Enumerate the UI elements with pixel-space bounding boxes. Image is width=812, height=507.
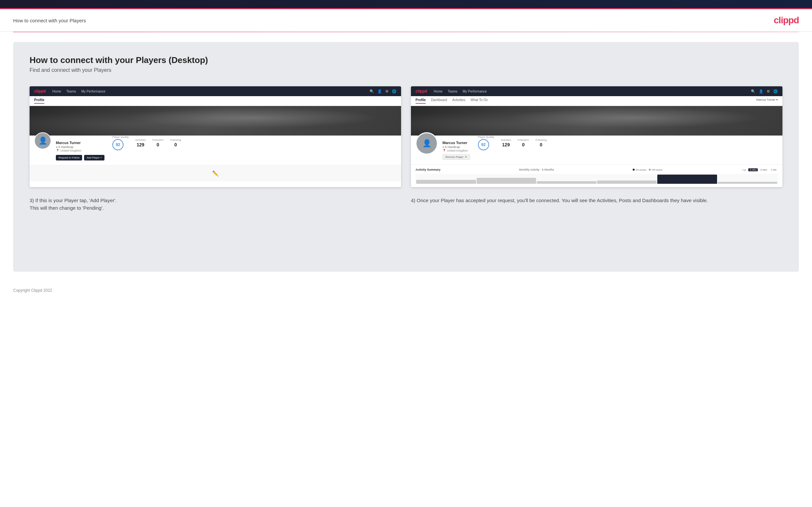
subnav-dashboard-right[interactable]: Dashboard	[431, 98, 447, 104]
app-sub-nav-right: Profile Dashboard Activities What To On …	[411, 96, 782, 106]
followers-label-left: Followers	[152, 138, 163, 142]
footer: Copyright Clippd 2022	[0, 282, 812, 299]
user-icon-left[interactable]: 👤	[377, 89, 382, 94]
main-content: How to connect with your Players (Deskto…	[13, 42, 799, 272]
pencil-icon-left: ✏️	[212, 170, 219, 177]
followers-value-right: 0	[518, 142, 529, 147]
subnav-profile-left[interactable]: Profile	[34, 98, 44, 104]
avatar-left: 👤	[34, 132, 51, 149]
activities-value-right: 129	[501, 142, 511, 147]
app-nav-left: clippd Home Teams My Performance 🔍 👤 ⚙ 🌐	[30, 86, 401, 96]
followers-value-left: 0	[152, 142, 163, 147]
profile-location-right: 📍 United Kingdom	[443, 149, 470, 152]
settings-icon-right[interactable]: ⚙	[767, 89, 770, 94]
subnav-activities-right[interactable]: Activities	[452, 98, 465, 104]
profile-info-right: Marcus Turner 1-5 Handicap 📍 United King…	[443, 132, 470, 160]
app-logo-left: clippd	[34, 89, 46, 94]
nav-myperformance-right[interactable]: My Performance	[462, 90, 487, 93]
globe-icon-left[interactable]: 🌐	[392, 89, 397, 94]
filter-1mth[interactable]: 1 mth	[769, 168, 778, 171]
remove-player-label: Remove Player	[445, 156, 463, 159]
search-icon-right[interactable]: 🔍	[751, 89, 756, 94]
activity-period: Monthly Activity · 6 Months	[519, 168, 554, 171]
location-pin-icon: 📍	[56, 149, 59, 152]
golf-banner-left	[30, 106, 401, 135]
header: How to connect with your Players clippd	[0, 9, 812, 32]
profile-name-left: Marcus Turner	[56, 141, 104, 145]
header-title: How to connect with your Players	[13, 18, 86, 23]
stat-activities-left: Activities 129	[135, 138, 146, 147]
remove-player-x-icon: ✕	[465, 156, 467, 159]
search-icon-left[interactable]: 🔍	[369, 89, 374, 94]
profile-row-left: 👤 Marcus Turner 1-5 Handicap 📍 United Ki…	[34, 132, 397, 161]
quality-value-right: 92	[481, 143, 486, 147]
oncourse-label: On course	[636, 169, 646, 171]
header-logo: clippd	[774, 15, 799, 25]
copyright-text: Copyright Clippd 2022	[13, 288, 52, 293]
subnav-profile-right[interactable]: Profile	[415, 98, 426, 104]
offcourse-label: Off course	[652, 169, 662, 171]
profile-handicap-left: 1-5 Handicap	[56, 146, 104, 149]
oncourse-dot	[632, 169, 635, 171]
time-filters: 1 yr 6 mths 3 mths 1 mth	[741, 168, 778, 171]
globe-icon-right[interactable]: 🌐	[773, 89, 778, 94]
quality-value-left: 92	[116, 143, 120, 147]
top-bar	[0, 0, 812, 9]
stat-following-left: Following 0	[170, 138, 181, 147]
caption-right-text: 4) Once your Player has accepted your re…	[411, 198, 708, 203]
nav-home-right[interactable]: Home	[434, 90, 443, 93]
stat-followers-left: Followers 0	[152, 138, 163, 147]
activities-label-left: Activities	[135, 138, 146, 142]
user-icon-right[interactable]: 👤	[759, 89, 763, 94]
captions-row: 3) If this is your Player tap, 'Add Play…	[30, 197, 782, 212]
following-label-left: Following	[170, 138, 181, 142]
subnav-user-label: Marcus Turner ▾	[756, 98, 778, 104]
location-pin-icon-right: 📍	[443, 149, 446, 152]
app-logo-right: clippd	[415, 89, 427, 94]
avatar-icon-left: 👤	[39, 136, 47, 145]
remove-player-button[interactable]: Remove Player ✕	[443, 154, 470, 160]
bar-6	[718, 182, 777, 184]
bar-2	[476, 178, 537, 184]
caption-left: 3) If this is your Player tap, 'Add Play…	[30, 197, 401, 212]
legend-oncourse: On course	[632, 169, 646, 171]
nav-home-left[interactable]: Home	[52, 90, 61, 93]
app-sub-nav-left: Profile	[30, 96, 401, 106]
following-value-right: 0	[536, 142, 547, 147]
activity-title: Activity Summary	[415, 168, 441, 171]
activities-value-left: 129	[135, 142, 146, 147]
quality-circle-left: 92	[112, 139, 123, 150]
nav-right-left: 🔍 👤 ⚙ 🌐	[369, 89, 397, 94]
caption-right: 4) Once your Player has accepted your re…	[411, 197, 782, 212]
request-follow-button[interactable]: Request to Follow	[56, 155, 82, 161]
screenshot-right: clippd Home Teams My Performance 🔍 👤 ⚙ 🌐…	[411, 86, 782, 187]
activity-header: Activity Summary Monthly Activity · 6 Mo…	[415, 168, 778, 171]
nav-teams-left[interactable]: Teams	[66, 90, 76, 93]
main-heading: How to connect with your Players (Deskto…	[30, 55, 782, 65]
add-player-button[interactable]: Add Player +	[84, 155, 104, 161]
quality-label-left: Player Quality	[112, 135, 129, 138]
bar-5	[657, 175, 717, 184]
subnav-whattoon-right[interactable]: What To On	[471, 98, 488, 104]
profile-section-right: 👤 Marcus Turner 1-5 Handicap 📍 United Ki…	[411, 135, 782, 164]
bar-4	[597, 180, 657, 184]
location-text-right: United Kingdom	[447, 149, 468, 152]
header-divider	[13, 32, 799, 32]
stat-quality-right: Player Quality 92	[478, 135, 494, 150]
following-label-right: Following	[536, 138, 547, 142]
profile-location-left: 📍 United Kingdom	[56, 149, 104, 152]
filter-6mths[interactable]: 6 mths	[748, 168, 758, 171]
golf-banner-right	[411, 106, 782, 135]
following-value-left: 0	[170, 142, 181, 147]
activity-summary: Activity Summary Monthly Activity · 6 Mo…	[411, 164, 782, 187]
stat-following-right: Following 0	[536, 138, 547, 147]
profile-row-right: 👤 Marcus Turner 1-5 Handicap 📍 United Ki…	[415, 132, 778, 160]
nav-myperformance-left[interactable]: My Performance	[81, 90, 105, 93]
filter-3mths[interactable]: 3 mths	[759, 168, 768, 171]
settings-icon-left[interactable]: ⚙	[385, 89, 389, 94]
quality-circle-right: 92	[478, 139, 489, 150]
filter-1yr[interactable]: 1 yr	[741, 168, 748, 171]
nav-teams-right[interactable]: Teams	[448, 90, 457, 93]
stat-activities-right: Activities 129	[501, 138, 511, 147]
stat-followers-right: Followers 0	[518, 138, 529, 147]
